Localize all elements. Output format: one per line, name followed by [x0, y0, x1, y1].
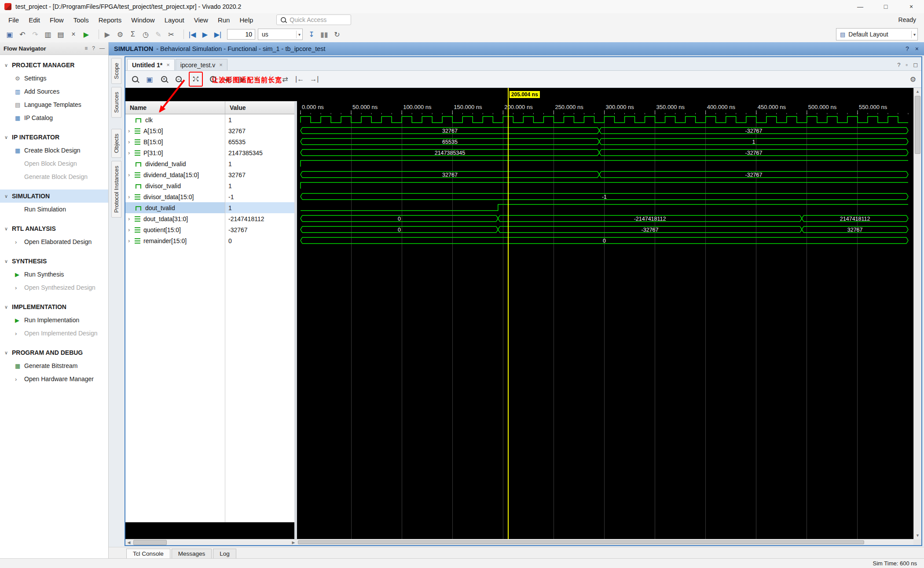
flow-item-run-synthesis[interactable]: ▶Run Synthesis: [0, 268, 108, 281]
signal-row-remainder-15-0[interactable]: ›remainder[15:0]: [125, 235, 225, 246]
menu-help[interactable]: Help: [235, 15, 258, 25]
doc-tab-untitled-1[interactable]: Untitled 1*×: [127, 59, 175, 70]
menu-view[interactable]: View: [189, 15, 213, 25]
menu-reports[interactable]: Reports: [94, 15, 127, 25]
find-icon[interactable]: [131, 73, 139, 85]
tab-close-icon[interactable]: ×: [166, 62, 170, 68]
signal-row-a-15-0[interactable]: ›A[15:0]: [125, 125, 225, 136]
collapse-arrow-icon[interactable]: ∨: [4, 350, 12, 356]
sum-icon[interactable]: Σ: [128, 29, 137, 40]
flow-section-synthesis[interactable]: ∨SYNTHESIS: [0, 255, 108, 268]
menu-run[interactable]: Run: [213, 15, 235, 25]
flow-section-simulation[interactable]: ∨SIMULATION: [0, 189, 108, 203]
signal-value-dout-tdata-31-0[interactable]: -2147418112: [225, 213, 294, 224]
wave-help-icon[interactable]: ?: [897, 62, 900, 68]
cursor-time-label[interactable]: 205.004 ns: [510, 91, 540, 98]
menu-edit[interactable]: Edit: [24, 15, 45, 25]
flow-item-ip-catalog[interactable]: ▦IP Catalog: [0, 111, 108, 124]
flow-item-open-block-design[interactable]: Open Block Design: [0, 157, 108, 170]
undo-icon[interactable]: ↶: [18, 29, 27, 40]
side-tab-scope[interactable]: Scope: [111, 58, 121, 84]
horizontal-scroll-thumb[interactable]: [298, 540, 864, 544]
name-column-header[interactable]: Name: [125, 101, 225, 114]
flow-item-open-elaborated-design[interactable]: ›Open Elaborated Design: [0, 235, 108, 248]
save-icon[interactable]: ▣: [5, 29, 14, 40]
save-waveform-icon[interactable]: ▣: [145, 73, 154, 85]
flow-item-language-templates[interactable]: ▤Language Templates: [0, 98, 108, 111]
context-close-icon[interactable]: ×: [915, 45, 919, 52]
flow-item-add-sources[interactable]: ▥Add Sources: [0, 85, 108, 98]
signal-row-dividend-tdata-15-0[interactable]: ›dividend_tdata[15:0]: [125, 169, 225, 180]
delete-icon[interactable]: ×: [69, 29, 78, 40]
expand-arrow-icon[interactable]: ›: [128, 138, 135, 145]
goto-time-zero-icon[interactable]: |←: [295, 73, 304, 85]
menu-layout[interactable]: Layout: [160, 15, 189, 25]
flow-item-run-simulation[interactable]: Run Simulation: [0, 203, 108, 216]
context-help-icon[interactable]: ?: [906, 45, 909, 52]
signal-value-clk[interactable]: 1: [225, 114, 294, 125]
name-horizontal-scrollbar[interactable]: ◀ ▶: [125, 539, 297, 545]
signal-row-divisor-tdata-15-0[interactable]: ›divisor_tdata[15:0]: [125, 191, 225, 202]
wave-float-icon[interactable]: ▫: [906, 62, 908, 68]
signal-value-quotient-15-0[interactable]: -32767: [225, 224, 294, 235]
wave-horizontal-scrollbar[interactable]: [297, 539, 913, 545]
wave-vertical-scrollbar[interactable]: ▲ ▼: [913, 88, 921, 539]
scroll-up-icon[interactable]: ▲: [914, 88, 921, 95]
expand-arrow-icon[interactable]: ›: [128, 237, 135, 244]
name-scroll-thumb[interactable]: [133, 540, 167, 545]
flow-section-rtl-analysis[interactable]: ∨RTL ANALYSIS: [0, 222, 108, 235]
pause-icon[interactable]: ▮▮: [320, 29, 329, 40]
expand-arrow-icon[interactable]: ›: [128, 215, 135, 222]
run-icon[interactable]: ▶: [82, 29, 91, 40]
flow-item-open-implemented-design[interactable]: ›Open Implemented Design: [0, 327, 108, 340]
signal-value-p-31-0[interactable]: 2147385345: [225, 147, 294, 158]
signal-row-quotient-15-0[interactable]: ›quotient[15:0]: [125, 224, 225, 235]
run-for-icon[interactable]: ↧: [307, 29, 316, 40]
collapse-arrow-icon[interactable]: ∨: [4, 226, 12, 232]
signal-value-dividend-tdata-15-0[interactable]: 32767: [225, 169, 294, 180]
copy-icon[interactable]: ▥: [44, 29, 52, 40]
report-icon[interactable]: ▶: [103, 29, 112, 40]
side-tab-objects[interactable]: Objects: [111, 129, 121, 158]
zoom-in-icon[interactable]: +: [160, 73, 169, 85]
signal-value-divisor-tvalid[interactable]: 1: [225, 180, 294, 191]
menu-tools[interactable]: Tools: [69, 15, 94, 25]
flow-navigator-help-icon[interactable]: ?: [92, 45, 95, 51]
signal-row-dout-tdata-31-0[interactable]: ›dout_tdata[31:0]: [125, 213, 225, 224]
menu-window[interactable]: Window: [126, 15, 159, 25]
probe-icon[interactable]: ✂: [167, 29, 176, 40]
bottom-tab-messages[interactable]: Messages: [172, 549, 212, 558]
signal-value-dividend-tvalid[interactable]: 1: [225, 158, 294, 169]
quick-access-search[interactable]: Quick Access: [276, 15, 351, 25]
flow-section-implementation[interactable]: ∨IMPLEMENTATION: [0, 300, 108, 313]
expand-arrow-icon[interactable]: ›: [128, 193, 135, 200]
zoom-out-icon[interactable]: −: [174, 73, 183, 85]
restart-icon[interactable]: |◀: [188, 29, 197, 40]
scroll-right-icon[interactable]: ▶: [290, 539, 297, 545]
flow-item-generate-bitstream[interactable]: ▦Generate Bitstream: [0, 359, 108, 372]
expand-arrow-icon[interactable]: ›: [128, 127, 135, 134]
zoom-fit-icon[interactable]: ↖↗↙↘: [191, 73, 200, 85]
maximize-icon[interactable]: □: [873, 0, 898, 13]
collapse-arrow-icon[interactable]: ∨: [4, 259, 12, 264]
step-icon[interactable]: ▶|: [213, 29, 222, 40]
signal-value-b-15-0[interactable]: 65535: [225, 136, 294, 147]
signal-row-dividend-tvalid[interactable]: dividend_tvalid: [125, 158, 225, 169]
signal-value-a-15-0[interactable]: 32767: [225, 125, 294, 136]
scroll-down-icon[interactable]: ▼: [914, 532, 921, 539]
relaunch-icon[interactable]: ↻: [333, 29, 341, 40]
expand-arrow-icon[interactable]: ›: [128, 226, 135, 233]
flow-item-open-synthesized-design[interactable]: ›Open Synthesized Design: [0, 281, 108, 294]
sim-runtime-input[interactable]: [227, 29, 255, 40]
signal-row-clk[interactable]: clk: [125, 114, 225, 125]
doc-tab-ipcore-test-v[interactable]: ipcore_test.v×: [176, 59, 227, 70]
flow-item-open-hardware-manager[interactable]: ›Open Hardware Manager: [0, 372, 108, 386]
collapse-arrow-icon[interactable]: ∨: [4, 193, 12, 199]
menu-flow[interactable]: Flow: [45, 15, 69, 25]
signal-value-dout-tvalid[interactable]: 1: [225, 202, 294, 213]
flow-navigator-minimize-icon[interactable]: —: [99, 45, 105, 51]
scroll-left-icon[interactable]: ◀: [125, 539, 132, 545]
flow-item-settings[interactable]: ⚙Settings: [0, 72, 108, 85]
bottom-tab-log[interactable]: Log: [213, 549, 236, 558]
expand-arrow-icon[interactable]: ›: [128, 171, 135, 178]
